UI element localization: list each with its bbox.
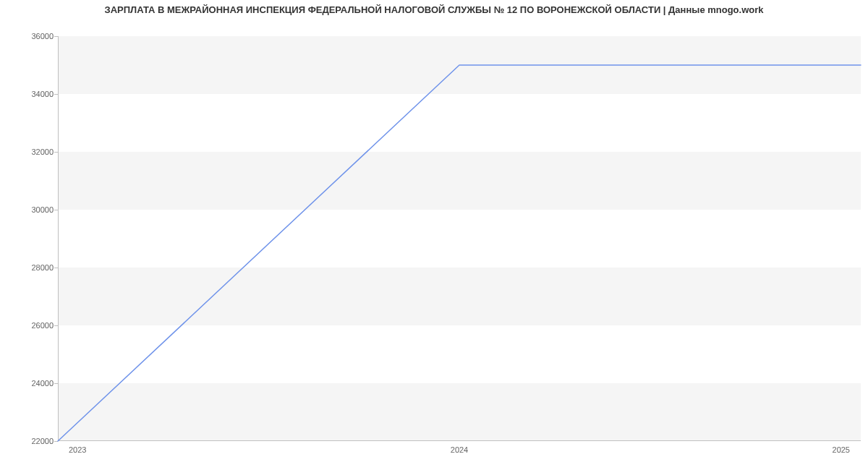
- chart-title: ЗАРПЛАТА В МЕЖРАЙОННАЯ ИНСПЕКЦИЯ ФЕДЕРАЛ…: [0, 4, 868, 15]
- x-tick-label: 2024: [451, 445, 468, 454]
- line-series: [58, 36, 861, 441]
- y-tick-label: 30000: [31, 205, 54, 214]
- y-tick-mark: [54, 441, 58, 442]
- plot-area: [58, 36, 861, 441]
- x-tick-label: 2025: [833, 445, 850, 454]
- y-tick-label: 32000: [31, 148, 54, 156]
- chart-container: ЗАРПЛАТА В МЕЖРАЙОННАЯ ИНСПЕКЦИЯ ФЕДЕРАЛ…: [0, 0, 868, 470]
- y-tick-label: 34000: [31, 90, 54, 98]
- y-tick-label: 24000: [31, 379, 54, 388]
- x-tick-label: 2023: [69, 445, 86, 454]
- y-tick-label: 28000: [31, 263, 54, 272]
- y-tick-label: 26000: [31, 321, 54, 330]
- y-tick-label: 22000: [31, 437, 54, 445]
- y-tick-label: 36000: [31, 32, 54, 40]
